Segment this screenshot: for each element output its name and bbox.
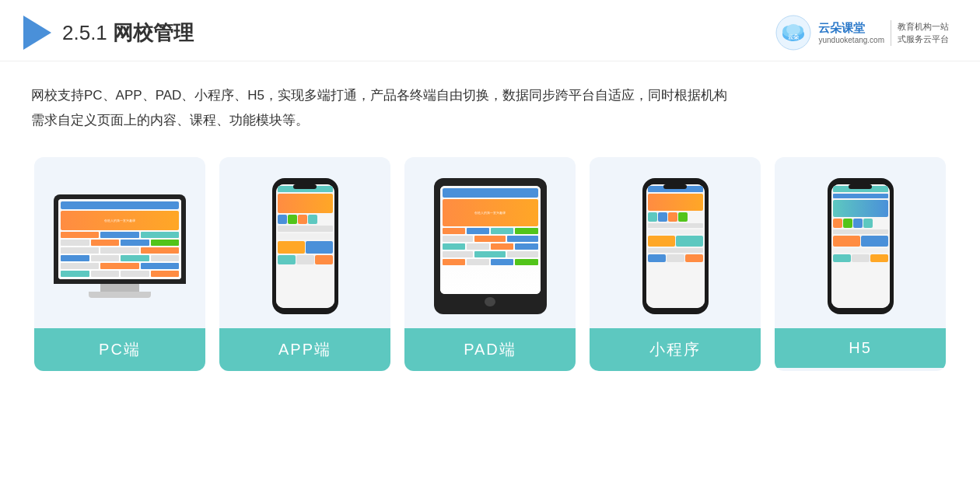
- tablet-screen: 创造人的第一堂兴趣课: [440, 186, 541, 293]
- card-app: APP端: [219, 157, 390, 371]
- card-app-label: APP端: [219, 328, 390, 371]
- platform-cards: 创造人的第一堂兴趣课: [0, 142, 980, 394]
- brand-slogan-line2: 式服务云平台: [898, 34, 949, 44]
- desc-line1: 网校支持PC、APP、PAD、小程序、H5，实现多端打通，产品各终端自由切换，数…: [31, 88, 727, 103]
- card-pad-image: 创造人的第一堂兴趣课: [404, 157, 576, 328]
- monitor-screen: 创造人的第一堂兴趣课: [58, 199, 181, 279]
- card-h5-label: H5: [775, 328, 946, 368]
- monitor-frame: 创造人的第一堂兴趣课: [54, 194, 186, 284]
- card-pc-label: PC端: [34, 328, 205, 371]
- phone-app-screen: [276, 184, 334, 308]
- card-pc-image: 创造人的第一堂兴趣课: [34, 157, 205, 328]
- page: 2.5.1 网校管理 云朵 云朵课堂 yunduoketang.com: [0, 0, 980, 490]
- tablet-home-button: [485, 297, 495, 307]
- card-miniapp-label: 小程序: [590, 328, 761, 371]
- card-pc: 创造人的第一堂兴趣课: [34, 157, 205, 371]
- brand-cloud-icon: 云朵: [775, 14, 812, 51]
- section-number: 2.5.1: [62, 21, 107, 44]
- pc-monitor-mockup: 创造人的第一堂兴趣课: [54, 194, 186, 298]
- card-app-image: [219, 157, 390, 328]
- card-pad-label: PAD端: [404, 328, 576, 371]
- monitor-stand: [100, 284, 139, 292]
- svg-marker-0: [23, 16, 51, 50]
- brand-domain: yunduoketang.com: [818, 35, 884, 45]
- desc-line2: 需求自定义页面上的内容、课程、功能模块等。: [31, 113, 309, 128]
- card-miniapp-image: [590, 157, 761, 328]
- svg-point-5: [786, 24, 800, 35]
- card-miniapp: 小程序: [590, 157, 761, 371]
- brand-slogan: 教育机构一站 式服务云平台: [891, 20, 949, 46]
- tablet-mockup: 创造人的第一堂兴趣课: [434, 178, 547, 314]
- monitor-base: [89, 292, 151, 298]
- phone-h5-notch: [849, 184, 872, 189]
- phone-miniapp-notch: [663, 184, 687, 189]
- brand-text: 云朵课堂 yunduoketang.com: [818, 20, 884, 46]
- phone-miniapp-mockup: [642, 178, 709, 314]
- brand-name: 云朵课堂: [818, 20, 884, 36]
- header: 2.5.1 网校管理 云朵 云朵课堂 yunduoketang.com: [0, 0, 980, 61]
- description-block: 网校支持PC、APP、PAD、小程序、H5，实现多端打通，产品各终端自由切换，数…: [0, 61, 980, 142]
- page-title: 2.5.1 网校管理: [62, 19, 194, 47]
- phone-notch: [293, 184, 317, 189]
- phone-app-mockup: [272, 178, 338, 314]
- svg-text:云朵: 云朵: [788, 34, 800, 40]
- section-title: 网校管理: [113, 21, 194, 44]
- brand-logo: 云朵 云朵课堂 yunduoketang.com 教育机构一站 式服务云平台: [775, 14, 949, 51]
- description-text: 网校支持PC、APP、PAD、小程序、H5，实现多端打通，产品各终端自由切换，数…: [31, 83, 949, 134]
- phone-miniapp-screen: [646, 184, 705, 308]
- header-left: 2.5.1 网校管理: [23, 16, 194, 50]
- brand-icon: 云朵: [775, 14, 812, 51]
- card-h5: H5: [775, 157, 946, 371]
- brand-slogan-line1: 教育机构一站: [898, 22, 949, 31]
- card-pad: 创造人的第一堂兴趣课: [404, 157, 576, 371]
- phone-h5-mockup: [828, 178, 894, 314]
- phone-h5-screen: [831, 184, 890, 308]
- card-h5-image: [775, 157, 946, 328]
- logo-triangle-icon: [23, 16, 51, 50]
